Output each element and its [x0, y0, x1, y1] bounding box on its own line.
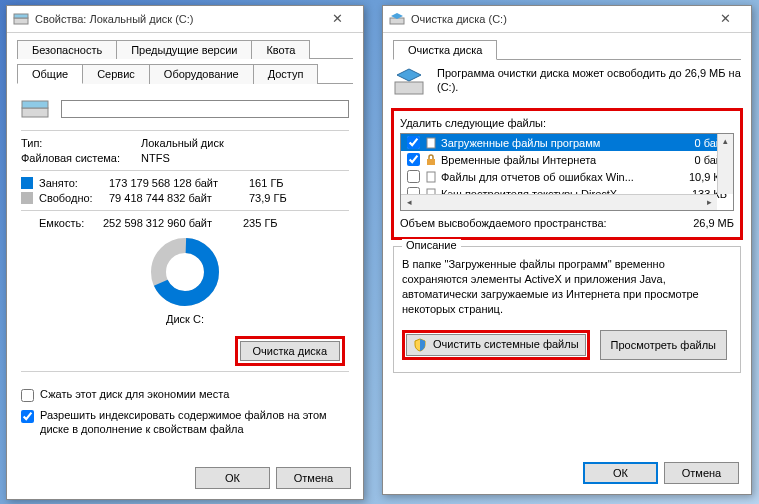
capacity-bytes: 252 598 312 960 байт [103, 217, 243, 229]
svg-rect-8 [427, 138, 435, 148]
tab-service[interactable]: Сервис [82, 64, 150, 84]
lock-icon [424, 153, 438, 167]
tab-hardware[interactable]: Оборудование [149, 64, 254, 84]
file-name: Временные файлы Интернета [441, 154, 676, 166]
svg-rect-10 [427, 172, 435, 182]
shield-icon [413, 338, 427, 352]
freeable-label: Объем высвобождаемого пространства: [400, 217, 607, 229]
fs-value: NTFS [141, 152, 349, 164]
fs-label: Файловая система: [21, 152, 141, 164]
used-bytes: 173 179 568 128 байт [109, 177, 249, 189]
clean-system-label: Очистить системные файлы [433, 338, 578, 350]
ok-button[interactable]: ОК [583, 462, 658, 484]
usage-donut-chart [150, 237, 220, 307]
volume-label-input[interactable] [61, 100, 349, 118]
clean-system-files-button[interactable]: Очистить системные файлы [406, 334, 586, 356]
close-icon[interactable]: ✕ [317, 9, 357, 29]
delete-files-label: Удалить следующие файлы: [400, 117, 734, 129]
svg-rect-3 [22, 101, 48, 108]
file-row[interactable]: Загруженные файлы программ 0 байт [401, 134, 733, 151]
tabs-row-1: Безопасность Предыдущие версии Квота [17, 39, 353, 59]
capacity-gb: 235 ГБ [243, 217, 303, 229]
tab-previous-versions[interactable]: Предыдущие версии [116, 40, 252, 59]
type-label: Тип: [21, 137, 141, 149]
freeable-value: 26,9 МБ [693, 217, 734, 229]
description-group: Описание В папке "Загруженные файлы прог… [393, 246, 741, 373]
capacity-label: Емкость: [21, 217, 103, 229]
svg-rect-0 [14, 18, 28, 24]
drive-icon-large [21, 98, 51, 120]
tabs-row-2: Общие Сервис Оборудование Доступ [17, 63, 353, 84]
used-label: Занято: [39, 177, 109, 189]
index-checkbox[interactable] [21, 410, 34, 423]
free-color-swatch [21, 192, 33, 204]
header-text: Программа очистки диска может освободить… [437, 66, 741, 95]
cleanup-tabs: Очистка диска [393, 39, 741, 60]
svg-rect-1 [14, 14, 28, 18]
files-highlight: Удалить следующие файлы: Загруженные фай… [391, 108, 743, 240]
file-icon [424, 170, 438, 184]
svg-rect-9 [427, 159, 435, 165]
type-value: Локальный диск [141, 137, 349, 149]
ok-button[interactable]: ОК [195, 467, 270, 489]
vertical-scrollbar[interactable]: ▴ [717, 134, 733, 194]
drive-icon [13, 11, 29, 27]
window-title: Очистка диска (C:) [411, 13, 705, 25]
used-gb: 161 ГБ [249, 177, 309, 189]
cleanup-icon-large [393, 66, 429, 98]
cleanup-icon [389, 11, 405, 27]
disk-cleanup-button[interactable]: Очистка диска [240, 341, 340, 361]
scroll-left-icon[interactable]: ◂ [401, 195, 417, 210]
disk-cleanup-dialog: Очистка диска (C:) ✕ Очистка диска Прогр… [382, 5, 752, 495]
cleanup-highlight: Очистка диска [235, 336, 345, 366]
file-row[interactable]: Временные файлы Интернета 0 байт [401, 151, 733, 168]
file-checkbox[interactable] [407, 170, 420, 183]
clean-system-highlight: Очистить системные файлы [402, 330, 590, 360]
free-gb: 73,9 ГБ [249, 192, 309, 204]
scroll-up-icon[interactable]: ▴ [718, 134, 733, 150]
file-list[interactable]: Загруженные файлы программ 0 байт Времен… [400, 133, 734, 211]
index-label[interactable]: Разрешить индексировать содержимое файло… [40, 408, 349, 437]
disk-caption: Диск C: [166, 313, 204, 325]
description-title: Описание [402, 239, 461, 251]
file-name: Загруженные файлы программ [441, 137, 676, 149]
file-checkbox[interactable] [407, 153, 420, 166]
svg-rect-2 [22, 108, 48, 117]
tab-sharing[interactable]: Доступ [253, 64, 319, 84]
file-row[interactable]: Файлы для отчетов об ошибках Win... 10,9… [401, 168, 733, 185]
window-title: Свойства: Локальный диск (C:) [35, 13, 317, 25]
compress-checkbox[interactable] [21, 389, 34, 402]
free-bytes: 79 418 744 832 байт [109, 192, 249, 204]
cancel-button[interactable]: Отмена [276, 467, 351, 489]
properties-body: Тип:Локальный диск Файловая система:NTFS… [7, 84, 363, 339]
titlebar-properties[interactable]: Свойства: Локальный диск (C:) ✕ [7, 6, 363, 33]
close-icon[interactable]: ✕ [705, 9, 745, 29]
properties-dialog: Свойства: Локальный диск (C:) ✕ Безопасн… [6, 5, 364, 500]
titlebar-cleanup[interactable]: Очистка диска (C:) ✕ [383, 6, 751, 33]
tab-general[interactable]: Общие [17, 64, 83, 84]
used-color-swatch [21, 177, 33, 189]
svg-rect-7 [395, 82, 423, 94]
file-icon [424, 136, 438, 150]
tab-security[interactable]: Безопасность [17, 40, 117, 59]
tab-quota[interactable]: Квота [251, 40, 310, 59]
file-checkbox[interactable] [407, 136, 420, 149]
file-name: Файлы для отчетов об ошибках Win... [441, 171, 676, 183]
view-files-button[interactable]: Просмотреть файлы [600, 330, 727, 360]
horizontal-scrollbar[interactable]: ◂ ▸ [401, 194, 717, 210]
free-label: Свободно: [39, 192, 109, 204]
cancel-button[interactable]: Отмена [664, 462, 739, 484]
tab-disk-cleanup[interactable]: Очистка диска [393, 40, 497, 60]
scroll-right-icon[interactable]: ▸ [701, 195, 717, 210]
description-text: В папке "Загруженные файлы программ" вре… [402, 257, 732, 316]
compress-label[interactable]: Сжать этот диск для экономии места [40, 387, 349, 401]
